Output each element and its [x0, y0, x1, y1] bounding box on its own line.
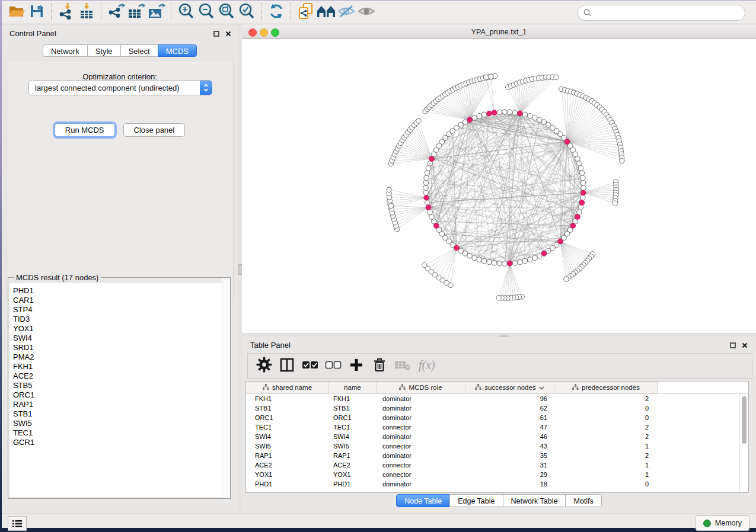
close-table-panel-icon[interactable]: [741, 341, 748, 349]
mcds-result-item[interactable]: SWI4: [9, 334, 229, 343]
graph-node[interactable]: [578, 166, 583, 171]
graph-node[interactable]: [577, 161, 582, 166]
mcds-result-item[interactable]: STB5: [9, 381, 229, 390]
mcds-result-item[interactable]: YOX1: [9, 324, 229, 334]
apply-layout-button[interactable]: [266, 3, 286, 22]
add-column-button[interactable]: [347, 357, 365, 375]
tab-network-table[interactable]: Network Table: [503, 494, 566, 507]
mcds-node[interactable]: [429, 156, 435, 162]
show-all-button[interactable]: [356, 3, 377, 22]
mcds-node[interactable]: [518, 111, 523, 116]
hide-selected-button[interactable]: [336, 3, 356, 22]
mcds-node[interactable]: [424, 195, 429, 200]
table-row-PHD1[interactable]: PHD1PHD1dominator180: [246, 479, 748, 489]
tab-network[interactable]: Network: [43, 44, 88, 57]
column-header-shared-name[interactable]: shared name: [246, 382, 329, 393]
table-options-button[interactable]: [255, 357, 273, 375]
graph-node[interactable]: [388, 203, 394, 209]
mcds-list-scrollbar[interactable]: [222, 278, 230, 498]
mcds-result-item[interactable]: SWI5: [9, 419, 229, 428]
table-row-RAP1[interactable]: RAP1RAP1dominator352: [246, 451, 748, 460]
column-header-name[interactable]: name: [329, 382, 377, 393]
graph-node[interactable]: [424, 175, 429, 181]
run-mcds-button[interactable]: Run MCDS: [55, 123, 115, 137]
zoom-selected-button[interactable]: [237, 3, 257, 22]
graph-node[interactable]: [481, 112, 487, 117]
graph-node[interactable]: [416, 118, 422, 123]
graph-node[interactable]: [487, 259, 492, 265]
graph-node[interactable]: [532, 115, 538, 120]
tab-style[interactable]: Style: [87, 44, 121, 57]
graph-node[interactable]: [429, 214, 435, 220]
graph-node[interactable]: [477, 257, 482, 262]
export-network-button[interactable]: [106, 3, 126, 22]
table-row-YOX1[interactable]: YOX1YOX1connector291: [246, 470, 748, 479]
graph-node[interactable]: [532, 255, 538, 261]
graph-node[interactable]: [518, 259, 523, 265]
mcds-node[interactable]: [434, 223, 439, 229]
float-panel-icon[interactable]: [212, 30, 220, 37]
import-network-button[interactable]: [56, 3, 76, 22]
mcds-result-list[interactable]: PHD1CAR1STP4TID3YOX1SWI4SRD1PMA2FKH1ACE2…: [9, 283, 229, 497]
column-header-successor-nodes[interactable]: successor nodes: [465, 382, 554, 393]
search-input[interactable]: [595, 8, 745, 18]
graph-node[interactable]: [522, 258, 528, 264]
table-row-TEC1[interactable]: TEC1TEC1connector472: [246, 422, 748, 432]
tab-node-table[interactable]: Node Table: [396, 494, 450, 507]
zoom-fit-button[interactable]: [216, 3, 237, 22]
mcds-node[interactable]: [507, 261, 512, 266]
graph-node[interactable]: [575, 156, 580, 162]
graph-node[interactable]: [496, 295, 502, 300]
graph-node[interactable]: [428, 210, 433, 215]
graph-node[interactable]: [507, 110, 512, 115]
graph-node[interactable]: [581, 185, 586, 191]
graph-node[interactable]: [578, 205, 583, 210]
mcds-result-item[interactable]: PMA2: [9, 352, 229, 362]
graph-node[interactable]: [422, 262, 428, 268]
mcds-result-item[interactable]: ORC1: [9, 390, 229, 400]
export-image-button[interactable]: [146, 3, 167, 22]
close-panel-icon[interactable]: [224, 30, 232, 37]
graph-node[interactable]: [577, 210, 582, 215]
graph-node[interactable]: [579, 171, 585, 176]
graph-node[interactable]: [512, 261, 518, 266]
graph-node[interactable]: [554, 75, 559, 80]
mcds-result-item[interactable]: STP4: [9, 305, 229, 315]
graph-node[interactable]: [580, 195, 586, 200]
graph-node[interactable]: [512, 110, 518, 116]
graph-node[interactable]: [426, 166, 431, 171]
network-canvas[interactable]: [242, 39, 756, 334]
float-table-panel-icon[interactable]: [729, 341, 736, 349]
select-all-columns-button[interactable]: [301, 357, 319, 375]
mcds-result-item[interactable]: TEC1: [9, 428, 229, 438]
graph-node[interactable]: [425, 171, 430, 176]
open-file-button[interactable]: [7, 3, 27, 22]
zoom-out-button[interactable]: [196, 3, 216, 22]
graph-node[interactable]: [613, 201, 618, 206]
mcds-node[interactable]: [564, 139, 570, 145]
mcds-result-item[interactable]: PHD1: [9, 286, 229, 296]
tab-motifs[interactable]: Motifs: [565, 494, 601, 507]
graph-node[interactable]: [472, 115, 477, 120]
table-scrollbar-thumb[interactable]: [742, 396, 747, 444]
graph-node[interactable]: [472, 255, 477, 261]
mcds-node[interactable]: [575, 214, 580, 220]
show-column-panel-button[interactable]: [278, 357, 296, 375]
graph-node[interactable]: [497, 110, 502, 115]
graph-node[interactable]: [425, 200, 430, 206]
graph-node[interactable]: [580, 175, 586, 181]
table-row-ORC1[interactable]: ORC1ORC1dominator610: [246, 413, 748, 422]
tab-edge-table[interactable]: Edge Table: [449, 494, 503, 507]
table-scrollbar[interactable]: [739, 394, 748, 492]
network-window-titlebar[interactable]: YPA_prune.txt_1: [242, 25, 756, 39]
graph-node[interactable]: [477, 114, 482, 119]
mcds-result-item[interactable]: SRD1: [9, 343, 229, 352]
optimization-criterion-dropdown[interactable]: largest connected component (undirected): [28, 80, 212, 95]
export-table-button[interactable]: [126, 3, 146, 22]
mcds-node[interactable]: [570, 223, 576, 229]
column-header-MCDS-role[interactable]: MCDS role: [377, 382, 465, 393]
mcds-node[interactable]: [541, 251, 547, 257]
mcds-node[interactable]: [487, 111, 492, 116]
graph-node[interactable]: [428, 161, 433, 166]
table-row-STB1[interactable]: STB1STB1dominator620: [246, 403, 748, 413]
